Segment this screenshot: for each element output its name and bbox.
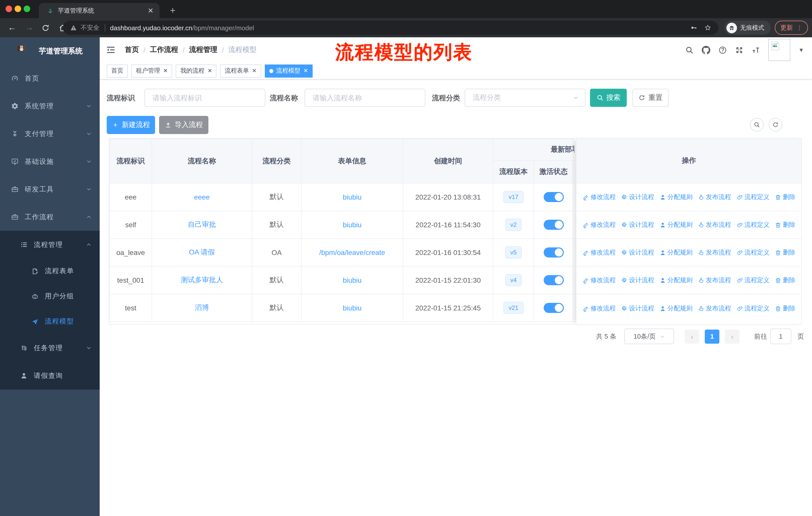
search-button[interactable]: 搜索	[590, 89, 627, 107]
password-key-icon[interactable]	[690, 24, 697, 31]
sidebar-item-home[interactable]: 首页	[0, 64, 100, 92]
reset-button[interactable]: 重置	[632, 89, 669, 107]
breadcrumb-item[interactable]: 首页	[125, 45, 139, 54]
definition-action-link[interactable]: 流程定义	[736, 304, 770, 313]
kebab-menu-icon[interactable]: ⋮	[796, 24, 803, 31]
prev-page-button[interactable]: ‹	[685, 330, 699, 344]
edit-action-link[interactable]: 修改流程	[582, 220, 616, 229]
active-toggle[interactable]	[544, 192, 563, 202]
tag-tenant-manage[interactable]: 租户管理✕	[132, 64, 172, 77]
active-toggle[interactable]	[544, 275, 563, 285]
publish-action-link[interactable]: 发布流程	[698, 304, 731, 313]
publish-action-link[interactable]: 发布流程	[698, 276, 731, 284]
edit-action-link[interactable]: 修改流程	[582, 276, 616, 284]
form-link[interactable]: biubiu	[343, 193, 362, 201]
sidebar-item-payment[interactable]: 支付管理	[0, 120, 100, 147]
tag-close-icon[interactable]: ✕	[252, 68, 257, 74]
active-toggle[interactable]	[544, 220, 563, 230]
assign-action-link[interactable]: 分配规则	[660, 248, 693, 257]
tag-close-icon[interactable]: ✕	[163, 68, 168, 74]
definition-action-link[interactable]: 流程定义	[736, 276, 770, 284]
process-name-link[interactable]: OA 请假	[189, 248, 215, 256]
tab-close-icon[interactable]: ✕	[148, 7, 153, 14]
process-name-link[interactable]: 自己审批	[188, 220, 216, 228]
design-action-link[interactable]: 设计流程	[621, 248, 654, 257]
design-action-link[interactable]: 设计流程	[621, 193, 654, 201]
font-size-icon[interactable]	[752, 46, 760, 54]
process-name-link[interactable]: eeee	[194, 193, 210, 201]
close-window-button[interactable]	[5, 5, 12, 12]
sidebar-logo[interactable]: 芋道管理系统	[0, 37, 100, 64]
definition-action-link[interactable]: 流程定义	[736, 248, 770, 257]
design-action-link[interactable]: 设计流程	[621, 276, 654, 284]
help-icon[interactable]	[718, 46, 727, 54]
delete-action-link[interactable]: 删除	[775, 193, 795, 201]
form-link[interactable]: biubiu	[343, 276, 362, 284]
publish-action-link[interactable]: 发布流程	[698, 193, 731, 201]
fullscreen-icon[interactable]	[735, 46, 744, 54]
create-process-button[interactable]: ＋ 新建流程	[107, 116, 155, 134]
sidebar-item-infrastructure[interactable]: 基础设施	[0, 147, 100, 175]
sidebar-item-process-form[interactable]: 流程表单	[0, 259, 100, 284]
version-badge[interactable]: v21	[504, 302, 524, 314]
sidebar-item-system[interactable]: 系统管理	[0, 92, 100, 120]
forward-icon[interactable]: →	[24, 23, 34, 33]
form-link[interactable]: biubiu	[343, 304, 362, 312]
filter-category-select[interactable]: 流程分类	[465, 89, 585, 107]
tag-my-process[interactable]: 我的流程✕	[176, 64, 216, 77]
publish-action-link[interactable]: 发布流程	[698, 248, 731, 257]
process-name-link[interactable]: 测试多审批人	[181, 276, 223, 284]
assign-action-link[interactable]: 分配规则	[660, 193, 693, 201]
definition-action-link[interactable]: 流程定义	[736, 220, 770, 229]
definition-action-link[interactable]: 流程定义	[736, 193, 770, 201]
active-toggle[interactable]	[544, 247, 563, 257]
edit-action-link[interactable]: 修改流程	[582, 304, 616, 313]
collapse-sidebar-icon[interactable]	[106, 45, 116, 55]
form-link[interactable]: biubiu	[343, 221, 362, 229]
filter-name-input[interactable]	[304, 89, 425, 107]
assign-action-link[interactable]: 分配规则	[660, 220, 693, 229]
process-name-link[interactable]: 滔博	[195, 303, 209, 311]
filter-key-input[interactable]	[144, 89, 265, 107]
version-badge[interactable]: v17	[504, 191, 524, 203]
sidebar-item-workflow[interactable]: 工作流程	[0, 203, 100, 231]
browser-menu-update-button[interactable]: 更新 ⋮	[775, 21, 808, 35]
tag-close-icon[interactable]: ✕	[303, 68, 308, 74]
goto-page-input[interactable]	[770, 329, 791, 344]
version-badge[interactable]: v2	[505, 219, 522, 231]
sidebar-item-process-model[interactable]: 流程模型	[0, 309, 100, 334]
assign-action-link[interactable]: 分配规则	[660, 276, 693, 284]
tag-close-icon[interactable]: ✕	[207, 68, 212, 74]
edit-action-link[interactable]: 修改流程	[582, 193, 616, 201]
sidebar-item-leave-query[interactable]: 请假查询	[0, 362, 100, 389]
breadcrumb-item[interactable]: 工作流程	[150, 45, 178, 54]
page-1-button[interactable]: 1	[705, 330, 719, 344]
github-icon[interactable]	[702, 46, 710, 54]
caret-down-icon[interactable]: ▼	[799, 47, 804, 53]
address-bar[interactable]: 不安全 dashboard.yudao.iocoder.cn /bpm/mana…	[63, 21, 718, 35]
reload-icon[interactable]	[41, 23, 51, 32]
new-tab-button[interactable]: +	[166, 4, 179, 17]
active-toggle[interactable]	[544, 303, 563, 313]
sidebar-item-user-group[interactable]: 用户分组	[0, 284, 100, 309]
avatar[interactable]	[768, 39, 790, 61]
delete-action-link[interactable]: 删除	[775, 304, 795, 313]
back-icon[interactable]: ←	[7, 23, 17, 33]
minimize-window-button[interactable]	[14, 5, 21, 12]
maximize-window-button[interactable]	[24, 5, 30, 12]
tag-process-form[interactable]: 流程表单✕	[220, 64, 261, 77]
import-process-button[interactable]: 导入流程	[159, 116, 208, 134]
delete-action-link[interactable]: 删除	[775, 276, 795, 284]
hide-search-button[interactable]	[750, 118, 764, 132]
next-page-button[interactable]: ›	[725, 330, 740, 344]
browser-tab[interactable]: 芋道管理系统 ✕	[39, 3, 160, 18]
tag-home[interactable]: 首页	[107, 64, 128, 77]
edit-action-link[interactable]: 修改流程	[582, 248, 616, 257]
delete-action-link[interactable]: 删除	[775, 248, 795, 257]
breadcrumb-item[interactable]: 流程管理	[189, 45, 218, 54]
bookmark-star-icon[interactable]	[704, 24, 711, 31]
delete-action-link[interactable]: 删除	[775, 220, 795, 229]
design-action-link[interactable]: 设计流程	[621, 304, 654, 313]
security-warning-icon[interactable]	[70, 24, 77, 31]
design-action-link[interactable]: 设计流程	[621, 220, 654, 229]
